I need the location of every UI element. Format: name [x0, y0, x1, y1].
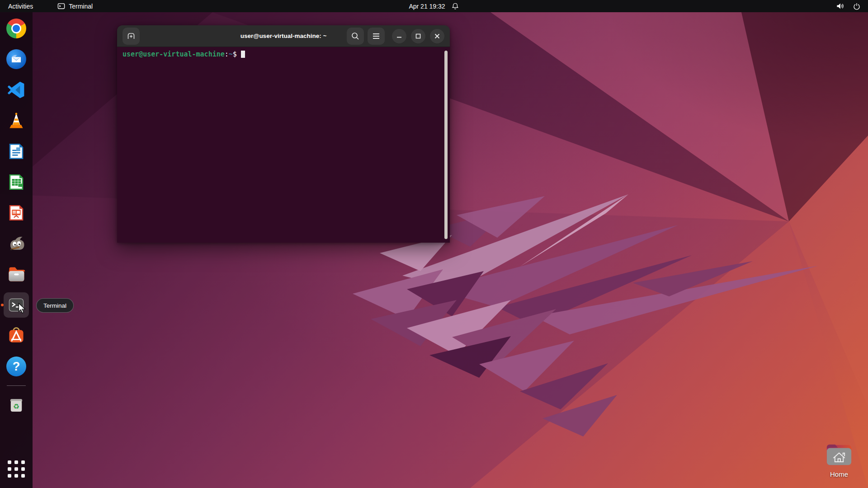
close-icon [434, 33, 440, 39]
terminal-window: user@user-virtual-machine: ~ [117, 25, 450, 243]
files-icon [6, 264, 26, 284]
vlc-icon [6, 111, 26, 131]
dock-item-libreoffice-impress[interactable] [4, 200, 29, 225]
ubuntu-software-icon [6, 326, 26, 346]
trash-icon: ♻ [7, 395, 26, 414]
dock-item-vlc[interactable] [4, 108, 29, 133]
new-tab-icon [126, 31, 137, 42]
new-tab-button[interactable] [123, 28, 140, 45]
vscode-icon [6, 80, 26, 100]
search-button[interactable] [347, 28, 364, 45]
minimize-icon [396, 33, 402, 39]
prompt-user-host: user@user-virtual-machine [123, 50, 225, 58]
maximize-icon [415, 33, 421, 39]
svg-text:♻: ♻ [13, 402, 19, 411]
dock-item-trash[interactable]: ♻ [4, 392, 29, 418]
prompt-path: ~ [229, 50, 233, 58]
activities-label: Activities [8, 3, 33, 10]
focused-app-label: Terminal [69, 3, 93, 10]
activities-button[interactable]: Activities [0, 0, 41, 12]
dock-item-gimp[interactable] [4, 231, 29, 256]
minimize-button[interactable] [392, 29, 406, 43]
gimp-icon [6, 234, 26, 253]
dock-tooltip-label: Terminal [43, 302, 66, 309]
terminal-scrollbar[interactable] [444, 51, 448, 239]
dock-separator [7, 385, 26, 386]
focused-app-menu[interactable]: Terminal [54, 0, 96, 12]
dock-item-vscode[interactable] [4, 77, 29, 103]
dock-item-help[interactable]: ? [4, 354, 29, 379]
dock-item-thunderbird[interactable] [4, 47, 29, 72]
home-folder-icon [825, 443, 853, 467]
volume-icon [836, 2, 844, 10]
terminal-titlebar[interactable]: user@user-virtual-machine: ~ [117, 25, 450, 47]
dock-item-show-applications[interactable] [4, 456, 29, 482]
libreoffice-impress-icon [7, 203, 26, 222]
clock-label: Apr 21 19:32 [409, 3, 445, 10]
notification-bell-icon [452, 2, 459, 10]
dock-tooltip: Terminal [36, 298, 74, 313]
terminal-app-icon [57, 2, 65, 10]
home-icon-label: Home [822, 470, 856, 478]
prompt-separator: : [225, 50, 229, 58]
dock-item-ubuntu-software[interactable] [4, 323, 29, 348]
power-icon [853, 2, 861, 10]
clock-menu[interactable]: Apr 21 19:32 [409, 0, 459, 12]
top-bar: Activities Terminal Apr 21 19:32 [0, 0, 868, 12]
search-icon [351, 32, 360, 41]
help-icon: ? [6, 357, 26, 376]
terminal-cursor [241, 51, 245, 58]
libreoffice-writer-icon [7, 142, 26, 161]
window-title: user@user-virtual-machine: ~ [241, 33, 327, 39]
show-applications-icon [8, 460, 25, 478]
dock-item-libreoffice-calc[interactable] [4, 169, 29, 195]
mouse-cursor [17, 303, 27, 315]
dock-item-chrome[interactable] [4, 16, 29, 41]
close-button[interactable] [430, 29, 444, 43]
terminal-prompt-line: user@user-virtual-machine:~$ [123, 50, 444, 59]
thunderbird-icon [6, 49, 26, 69]
chrome-icon [6, 19, 26, 38]
desktop-home-icon[interactable]: Home [822, 443, 856, 478]
dock-item-libreoffice-writer[interactable] [4, 139, 29, 164]
terminal-content[interactable]: user@user-virtual-machine:~$ [117, 47, 450, 243]
prompt-symbol: $ [233, 50, 237, 58]
system-status-menu[interactable] [836, 0, 868, 12]
libreoffice-calc-icon [7, 173, 26, 192]
maximize-button[interactable] [411, 29, 425, 43]
dock-item-files[interactable] [4, 262, 29, 287]
dock: ? ♻ [0, 12, 33, 488]
menu-button[interactable] [368, 28, 385, 45]
hamburger-menu-icon [372, 33, 380, 40]
